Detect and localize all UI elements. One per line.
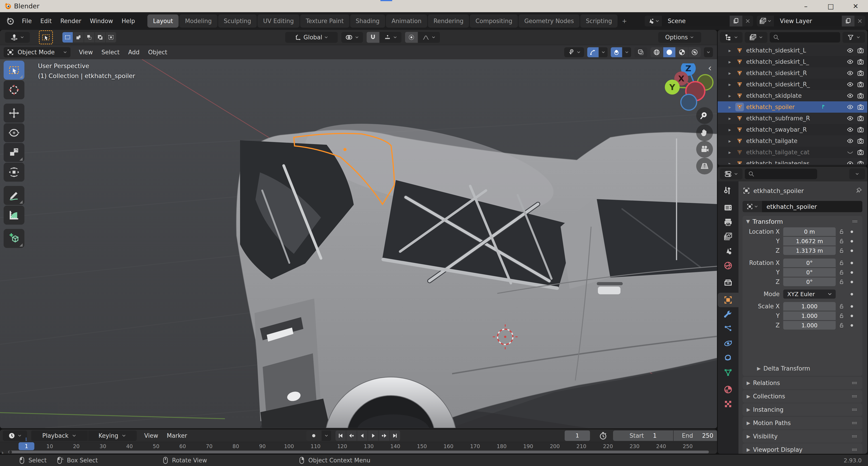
view-layer-name[interactable]: View Layer — [774, 16, 842, 26]
animate-dot-icon[interactable] — [850, 262, 853, 264]
disable-in-renders-icon[interactable] — [857, 149, 864, 156]
animate-dot-icon[interactable] — [850, 271, 853, 274]
select-subtract-button[interactable] — [84, 32, 94, 42]
options-dropdown[interactable]: Options — [658, 32, 701, 43]
outliner-row[interactable]: ▸etkhatch_tailgate — [718, 135, 867, 147]
hide-in-viewport-icon[interactable] — [846, 92, 854, 99]
tool-transform-button[interactable] — [4, 163, 24, 182]
drag-dots-icon[interactable] — [850, 433, 858, 440]
shading-rendered-button[interactable] — [688, 47, 701, 57]
tool-select-box-button[interactable] — [4, 61, 24, 80]
animate-dot-icon[interactable] — [850, 240, 853, 242]
lock-open-icon[interactable] — [838, 322, 845, 328]
disclosure-icon[interactable]: ▸ — [728, 104, 735, 110]
frame-tick-label[interactable]: 60 — [179, 442, 186, 450]
select-intersect-button[interactable] — [106, 32, 116, 42]
camera-view-button[interactable] — [696, 141, 713, 158]
tool-measure-button[interactable] — [4, 206, 24, 225]
lock-open-icon[interactable] — [838, 279, 845, 285]
frame-tick-label[interactable]: 210 — [577, 442, 586, 450]
frame-tick-label[interactable]: 10 — [46, 442, 53, 450]
sidebar-expand-icon[interactable]: ‹ — [708, 62, 712, 74]
workspace-tab-sculpting[interactable]: Sculpting — [218, 14, 257, 28]
viewport-menu-add[interactable]: Add — [124, 47, 144, 57]
workspace-tab-layout[interactable]: Layout — [147, 14, 179, 28]
properties-tab-object[interactable] — [718, 293, 739, 307]
minimize-button[interactable]: – — [794, 0, 818, 12]
drag-dots-icon[interactable] — [850, 419, 858, 427]
close-button[interactable]: ✕ — [843, 0, 868, 12]
panel-visibility[interactable]: ▶Visibility — [743, 430, 862, 443]
jump-to-end-button[interactable] — [390, 431, 400, 441]
frame-tick-label[interactable]: 40 — [126, 442, 133, 450]
viewport-canvas[interactable]: User Perspective (1) Collection | etkhat… — [0, 59, 717, 428]
lock-open-icon[interactable] — [838, 238, 845, 244]
frame-tick-label[interactable]: 240 — [656, 442, 666, 450]
transform-value-field[interactable]: 1.000 — [783, 302, 836, 311]
jump-to-start-button[interactable] — [336, 431, 346, 441]
transform-orientation-dropdown[interactable]: Global — [285, 32, 338, 43]
disclosure-icon[interactable]: ▸ — [728, 59, 735, 65]
frame-tick-label[interactable]: 110 — [311, 442, 320, 450]
outliner-row[interactable]: ▸etkhatch_tailgateglas — [718, 158, 867, 164]
lock-open-icon[interactable] — [838, 247, 845, 254]
outliner-row[interactable]: ▸etkhatch_sideskirt_L_ — [718, 56, 867, 67]
tool-add-cube-button[interactable] — [4, 229, 24, 248]
frame-tick-label[interactable]: 70 — [206, 442, 213, 450]
hide-in-viewport-icon[interactable] — [846, 104, 854, 111]
scene-name[interactable]: Scene — [662, 16, 730, 26]
disclosure-icon[interactable]: ▸ — [728, 93, 735, 99]
viewport-menu-view[interactable]: View — [74, 47, 97, 57]
animate-dot-icon[interactable] — [850, 315, 853, 317]
properties-tab-particles[interactable] — [718, 322, 739, 336]
disable-in-renders-icon[interactable] — [857, 160, 864, 164]
frame-tick-label[interactable]: 50 — [153, 442, 159, 450]
disclosure-icon[interactable]: ▸ — [728, 70, 735, 76]
maximize-button[interactable]: □ — [818, 0, 843, 12]
unlink-scene-icon[interactable] — [742, 16, 753, 26]
xray-toggle[interactable] — [634, 47, 647, 57]
tool-move-button[interactable] — [4, 104, 24, 123]
properties-tab-view-layer[interactable] — [718, 229, 739, 244]
timeline-scrollbar[interactable] — [8, 450, 709, 453]
disable-in-renders-icon[interactable] — [857, 92, 864, 99]
properties-tab-output[interactable] — [718, 215, 739, 229]
delta-transform-panel[interactable]: ▶ Delta Transform — [743, 363, 862, 374]
frame-tick-label[interactable]: 120 — [337, 442, 347, 450]
proportional-falloff-dropdown[interactable] — [418, 32, 440, 43]
outliner-row[interactable]: ▸etkhatch_sideskirt_L — [718, 45, 867, 56]
properties-tab-collection[interactable] — [718, 275, 739, 290]
select-invert-button[interactable] — [95, 32, 105, 42]
properties-tab-material[interactable] — [718, 382, 739, 397]
object-id-icon[interactable] — [743, 201, 762, 212]
animate-dot-icon[interactable] — [850, 231, 853, 233]
shading-wireframe-button[interactable] — [651, 47, 663, 57]
proportional-edit-toggle[interactable] — [405, 32, 418, 43]
remove-view-layer-icon[interactable] — [855, 16, 865, 26]
tool-scale-button[interactable] — [4, 143, 24, 162]
transform-value-field[interactable]: 1.000 — [783, 312, 836, 320]
animate-dot-icon[interactable] — [850, 281, 853, 283]
hide-in-viewport-icon[interactable] — [846, 137, 854, 145]
next-keyframe-button[interactable] — [379, 431, 389, 441]
transform-value-field[interactable]: 0° — [783, 259, 836, 267]
panel-motion-paths[interactable]: ▶Motion Paths — [743, 417, 862, 429]
frame-tick-label[interactable]: 140 — [391, 442, 400, 450]
lock-open-icon[interactable] — [838, 260, 845, 266]
frame-tick-label[interactable]: 220 — [603, 442, 613, 450]
animate-dot-icon[interactable] — [850, 324, 853, 327]
frame-tick-label[interactable]: 200 — [550, 442, 560, 450]
frame-tick-label[interactable]: 130 — [364, 442, 374, 450]
workspace-tab-scripting[interactable]: Scripting — [580, 14, 618, 28]
timeline-menu-keying[interactable]: Keying — [88, 431, 137, 441]
pan-button[interactable] — [696, 124, 713, 141]
disclosure-icon[interactable]: ▸ — [728, 138, 735, 144]
gizmos-toggle[interactable] — [587, 47, 598, 57]
animate-dot-icon[interactable] — [850, 250, 853, 252]
frame-tick-label[interactable]: 160 — [443, 442, 454, 450]
hide-in-viewport-icon[interactable] — [846, 81, 854, 88]
workspace-tab-uv-editing[interactable]: UV Editing — [257, 14, 300, 28]
timeline-ruler[interactable]: 1 10203040506070809010011012013014015016… — [0, 442, 717, 450]
transform-value-field[interactable]: 1.000 — [783, 321, 836, 329]
disable-in-renders-icon[interactable] — [857, 58, 864, 65]
